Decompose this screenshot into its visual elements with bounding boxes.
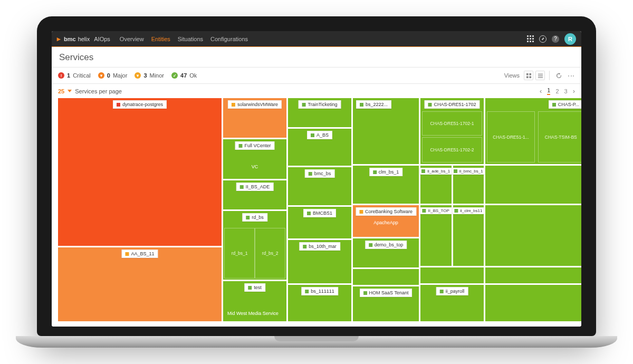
view-grid-button[interactable] bbox=[524, 71, 533, 80]
tile-bs-111111[interactable]: bs_111111 bbox=[288, 285, 351, 321]
tile-ii-payroll[interactable]: ii_payroll bbox=[420, 285, 484, 321]
tile-spacer-5a[interactable] bbox=[420, 267, 484, 283]
tile-a-bs[interactable]: A_BS bbox=[288, 129, 351, 166]
tile-label: bs_2222... bbox=[366, 102, 388, 107]
services-treemap: dynatrace-postgres AA_BS_11 solarwindsVM… bbox=[52, 98, 581, 327]
page-1[interactable]: 1 bbox=[547, 87, 550, 95]
tile-label: bs_111111 bbox=[311, 289, 334, 294]
tile-train-ticketing[interactable]: TrainTicketing bbox=[288, 98, 351, 127]
major-badge-icon: ▾ bbox=[98, 72, 104, 79]
tile-nested[interactable]: CHAS-DRE51-1702-2 bbox=[422, 137, 482, 162]
tile-nested[interactable]: rd_bs_2 bbox=[255, 228, 285, 279]
tile-test[interactable]: test Mid West Media Service bbox=[223, 281, 286, 321]
tile-bs-2222[interactable]: bs_2222... bbox=[353, 98, 419, 164]
tile-clm-bs-1[interactable]: clm_bs_1 bbox=[353, 166, 419, 204]
tile-spacer-6d[interactable] bbox=[485, 285, 581, 321]
refresh-button[interactable] bbox=[554, 71, 563, 80]
logo-mark-icon: ▸ bbox=[57, 35, 61, 43]
tile-ii-bs-top[interactable]: II_BS_TOP bbox=[420, 205, 452, 266]
tile-label: ii_clm_bs11 bbox=[460, 208, 482, 213]
tile-demo-bs-top[interactable]: demo_bs_top bbox=[353, 238, 419, 267]
more-menu-button[interactable]: ⋮ bbox=[568, 73, 575, 78]
page-title: Services bbox=[52, 47, 581, 67]
minor-badge-icon: ▾ bbox=[135, 72, 141, 79]
user-avatar[interactable]: R bbox=[564, 33, 576, 45]
minor-count: 3 bbox=[143, 72, 147, 79]
page-2[interactable]: 2 bbox=[555, 88, 559, 94]
critical-count: 1 bbox=[67, 72, 70, 79]
tile-spacer-6a[interactable] bbox=[485, 166, 581, 204]
tile-label: A_BS bbox=[316, 132, 329, 138]
tile-spacer-6c[interactable] bbox=[485, 267, 581, 283]
minor-label: Minor bbox=[150, 72, 165, 79]
tile-nested[interactable]: CHAS-DRE51-1... bbox=[487, 111, 535, 162]
status-major[interactable]: ▾ 0 Major bbox=[98, 72, 128, 79]
tile-ii-clm-bs11[interactable]: ii_clm_bs11 bbox=[453, 205, 484, 266]
page-next-button[interactable]: › bbox=[573, 87, 575, 95]
tile-nested[interactable]: CHAS-TSIM-BS bbox=[538, 111, 581, 162]
tile-label: II_BS_TOP bbox=[428, 208, 449, 213]
tile-nested[interactable]: CHAS-DRE51-1702-1 bbox=[422, 111, 482, 136]
views-label: Views bbox=[504, 72, 520, 79]
view-list-button[interactable] bbox=[535, 71, 545, 80]
tile-label: ii_bmc_bs_1 bbox=[459, 169, 483, 174]
tile-chas-dre51[interactable]: CHAS-DRE51-1702 CHAS-DRE51-1702-1 CHAS-D… bbox=[420, 98, 484, 164]
tile-chas-group[interactable]: CHAS-P... CHAS-DRE51-1... CHAS-TSIM-BS bbox=[485, 98, 581, 164]
tile-sublabel: Mid West Media Service bbox=[227, 311, 279, 316]
tile-aa-bs-11[interactable]: AA_BS_11 bbox=[58, 247, 222, 321]
nav-overview[interactable]: Overview bbox=[120, 36, 144, 42]
topbar: ▸ bmc helix AIOps Overview Entities Situ… bbox=[52, 31, 581, 47]
tile-bmc-bs[interactable]: bmc_bs bbox=[288, 167, 351, 205]
nav-entities[interactable]: Entities bbox=[151, 36, 170, 42]
tile-sublabel: VC bbox=[252, 164, 258, 169]
tile-label: CHAS-P... bbox=[558, 102, 579, 107]
apps-grid-icon[interactable] bbox=[527, 35, 534, 42]
tile-label: BMCBS1 bbox=[313, 210, 332, 216]
per-page-select[interactable]: 25 Services per page bbox=[58, 88, 122, 94]
tile-label: Full VCenter bbox=[244, 143, 271, 148]
tile-corebanking[interactable]: CoreBanking Software ApacheApp bbox=[353, 205, 419, 237]
pagination: ‹ 1 2 3 › bbox=[540, 87, 575, 95]
tile-full-vcenter[interactable]: Full VCenter VC bbox=[223, 139, 286, 179]
tile-nested[interactable]: rd_bs_1 bbox=[224, 228, 255, 279]
svg-rect-3 bbox=[529, 76, 531, 78]
status-critical[interactable]: ! 1 Critical bbox=[58, 72, 91, 79]
compass-icon[interactable] bbox=[539, 35, 546, 43]
tile-ii-bmc-bs-1[interactable]: ii_bmc_bs_1 bbox=[453, 166, 484, 204]
tile-label: demo_bs_top bbox=[375, 242, 404, 247]
tile-ii-ade-bs-1[interactable]: ii_ade_bs_1 bbox=[420, 166, 452, 204]
list-controls: 25 Services per page ‹ 1 2 3 › bbox=[52, 84, 581, 98]
status-ok[interactable]: ✓ 47 Ok bbox=[171, 72, 197, 79]
tile-label: II_BS_ADE bbox=[246, 184, 270, 189]
ok-count: 47 bbox=[180, 72, 187, 79]
tile-label: HOM SaaS Tenant bbox=[369, 290, 409, 295]
tile-label: dynatrace-postgres bbox=[122, 102, 163, 107]
tile-sublabel: ApacheApp bbox=[373, 220, 398, 225]
svg-rect-6 bbox=[538, 77, 542, 78]
tile-dynatrace-postgres[interactable]: dynatrace-postgres bbox=[58, 98, 222, 246]
status-minor[interactable]: ▾ 3 Minor bbox=[135, 72, 164, 79]
tile-rd-bs[interactable]: rd_bs rd_bs_1 rd_bs_2 bbox=[223, 211, 286, 280]
tile-label: CoreBanking Software bbox=[365, 209, 413, 214]
tile-label: solarwindsVMWare bbox=[237, 102, 278, 107]
help-icon[interactable]: ? bbox=[552, 35, 559, 43]
nav-situations[interactable]: Situations bbox=[178, 36, 203, 42]
page-3[interactable]: 3 bbox=[564, 88, 568, 94]
page-prev-button[interactable]: ‹ bbox=[540, 87, 542, 95]
tile-spacer-4a[interactable] bbox=[353, 269, 419, 285]
tile-ii-bs-ade[interactable]: II_BS_ADE bbox=[223, 180, 286, 209]
tile-label: AA_BS_11 bbox=[131, 251, 154, 256]
tile-solarwinds[interactable]: solarwindsVMWare bbox=[223, 98, 286, 138]
tile-label: clm_bs_1 bbox=[379, 169, 399, 175]
tile-hom-saas[interactable]: HOM SaaS Tenant bbox=[353, 286, 419, 321]
nav-configurations[interactable]: Configurations bbox=[210, 36, 248, 42]
ok-label: Ok bbox=[189, 72, 197, 79]
chevron-down-icon bbox=[68, 90, 72, 92]
tile-bs-10th-mar[interactable]: bs_10th_mar bbox=[288, 240, 351, 283]
tile-label: rd_bs bbox=[252, 215, 264, 220]
tile-spacer-6b[interactable] bbox=[485, 205, 581, 266]
critical-badge-icon: ! bbox=[58, 72, 64, 79]
per-page-label: Services per page bbox=[75, 88, 122, 94]
tile-bmcbs1[interactable]: BMCBS1 bbox=[288, 207, 351, 238]
svg-rect-5 bbox=[538, 75, 542, 76]
